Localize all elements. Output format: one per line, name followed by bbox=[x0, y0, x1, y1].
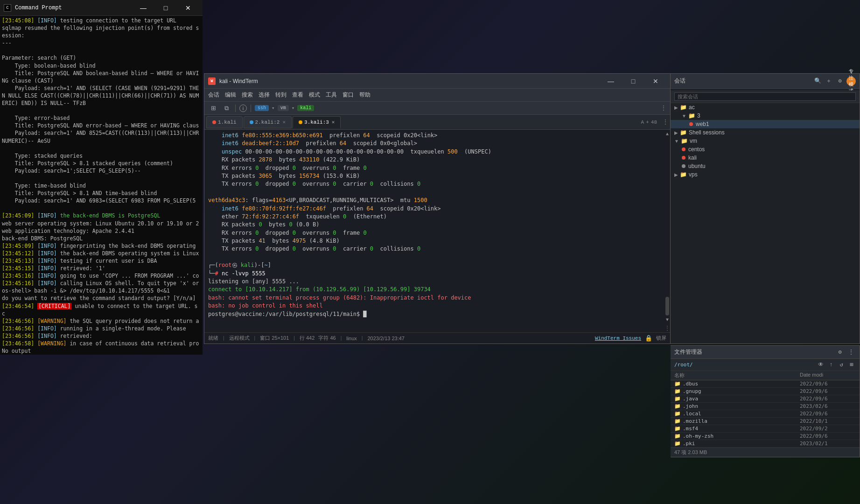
fm-date-local: 2022/09/6 bbox=[800, 411, 856, 417]
fm-row-dbus[interactable]: 📁 .dbus 2022/09/6 bbox=[671, 380, 860, 388]
folder-icon-3: 📁 bbox=[688, 112, 695, 119]
fm-row-java[interactable]: 📁 .java 2022/09/6 bbox=[671, 395, 860, 403]
tree-item-shell-sessions[interactable]: ▶ 📁 Shell sessions bbox=[671, 128, 860, 137]
fm-show-hidden-button[interactable]: 👁 bbox=[817, 361, 825, 369]
sessions-search-input[interactable] bbox=[674, 92, 856, 101]
fm-row-gnupg[interactable]: 📁 .gnupg 2022/09/6 bbox=[671, 388, 860, 395]
info-button[interactable]: i bbox=[239, 105, 247, 112]
tree-label-vps: vps bbox=[689, 171, 698, 178]
fm-more-icon[interactable]: ⋮ bbox=[846, 348, 856, 357]
folder-icon: 📁 bbox=[674, 381, 681, 387]
tab-menu-button[interactable]: ⋮ bbox=[663, 119, 668, 126]
fm-refresh-button[interactable]: ↺ bbox=[837, 361, 846, 369]
tree-item-web1[interactable]: web1 bbox=[671, 120, 860, 128]
counter-a: A bbox=[641, 119, 644, 125]
folder-icon: 📁 bbox=[674, 396, 681, 402]
scrollbar-thumb[interactable] bbox=[665, 297, 669, 315]
windterm-main: inet6 fe80::555:e369:b650:e691 prefixlen… bbox=[204, 130, 670, 332]
tab-kali-2[interactable]: 2.kali:2 ✕ bbox=[244, 116, 292, 128]
tab-close-3[interactable]: ✕ bbox=[332, 119, 335, 125]
menu-tools[interactable]: 工具 bbox=[326, 91, 337, 99]
windterm-toolbar-left: ⊞ ⧉ i ssh ▾ vm ▾ kali bbox=[208, 104, 314, 113]
menu-window[interactable]: 窗口 bbox=[343, 91, 354, 99]
fm-row-john[interactable]: 📁 .john 2023/02/6 bbox=[671, 403, 860, 410]
settings-icon[interactable]: ⚙ bbox=[835, 77, 845, 86]
tree-label-3: 3 bbox=[697, 112, 700, 119]
fm-row-local[interactable]: 📁 .local 2022/09/6 bbox=[671, 410, 860, 418]
menu-mode[interactable]: 模式 bbox=[309, 91, 320, 99]
tree-item-centos[interactable]: centos bbox=[671, 145, 860, 154]
tree-dot-kali bbox=[682, 156, 685, 160]
kali-badge: kali bbox=[297, 105, 314, 111]
annotation-mode-badge[interactable]: 专注模式 bbox=[846, 77, 856, 86]
fm-up-button[interactable]: ↑ bbox=[827, 361, 835, 369]
tree-item-vps[interactable]: ▶ 📁 vps bbox=[671, 170, 860, 179]
windterm-window-controls: — □ ✕ bbox=[600, 73, 666, 89]
menu-view[interactable]: 查看 bbox=[292, 91, 303, 99]
more-options-button[interactable]: ⋮ bbox=[661, 105, 666, 112]
tree-item-ubuntu[interactable]: ubuntu bbox=[671, 162, 860, 170]
lock-icon[interactable]: 🔒 bbox=[645, 335, 652, 342]
statusbar-sep-4: | bbox=[340, 336, 343, 341]
tree-dot-web1 bbox=[689, 122, 693, 126]
cmd-output: [23:45:08] [INFO] testing connection to … bbox=[2, 17, 201, 355]
search-icon[interactable]: 🔍 bbox=[813, 77, 822, 86]
fm-settings-icon[interactable]: ⚙ bbox=[835, 348, 845, 357]
scroll-down-button[interactable]: ▼ bbox=[666, 317, 669, 322]
tree-item-kali[interactable]: kali bbox=[671, 154, 860, 162]
windterm-minimize-button[interactable]: — bbox=[600, 73, 622, 89]
menu-select[interactable]: 选择 bbox=[259, 91, 270, 99]
clone-session-button[interactable]: ⧉ bbox=[221, 104, 231, 113]
fm-row-msf4[interactable]: 📁 .msf4 2022/09/2 bbox=[671, 425, 860, 433]
fm-table: 名称 Date modi 📁 .dbus 2022/09/6 📁 .gnupg … bbox=[671, 371, 860, 448]
fm-row-pki[interactable]: 📁 .pki 2023/02/1 bbox=[671, 440, 860, 448]
fm-home-button[interactable]: ⊞ bbox=[847, 361, 856, 369]
fm-date-john: 2023/02/6 bbox=[800, 403, 856, 409]
statusbar-sep-1: | bbox=[222, 336, 225, 341]
new-session-button[interactable]: ⊞ bbox=[208, 104, 218, 113]
menu-search[interactable]: 搜索 bbox=[242, 91, 253, 99]
windterm-issues-link[interactable]: WindTerm Issues bbox=[595, 336, 641, 341]
status-remote-mode: 远程模式 bbox=[229, 335, 250, 342]
windterm-close-button[interactable]: ✕ bbox=[645, 73, 666, 89]
windterm-statusbar: 就绪 | 远程模式 | 窗口 25×101 | 行 442 字符 46 | li… bbox=[204, 332, 670, 343]
tree-item-3[interactable]: ▼ 📁 3 bbox=[671, 112, 860, 120]
scroll-more-button[interactable]: ⋮ bbox=[664, 324, 670, 332]
lock-screen-label: 锁屏 bbox=[656, 335, 666, 342]
windterm-terminal[interactable]: inet6 fe80::555:e369:b650:e691 prefixlen… bbox=[204, 130, 664, 332]
sessions-search bbox=[671, 91, 860, 103]
menu-help[interactable]: 帮助 bbox=[359, 91, 371, 99]
tree-item-vm[interactable]: ▼ 📁 vm bbox=[671, 137, 860, 145]
menu-goto[interactable]: 转到 bbox=[275, 91, 287, 99]
tab-label-3: 3.kali:3 bbox=[304, 119, 329, 125]
tab-dot-3 bbox=[299, 120, 302, 124]
add-icon[interactable]: ＋ bbox=[824, 77, 833, 86]
ssh-badge[interactable]: ssh bbox=[255, 105, 269, 111]
cmd-titlebar: C Command Prompt — □ ✕ bbox=[0, 0, 203, 16]
cmd-maximize-button[interactable]: □ bbox=[155, 0, 176, 16]
tree-arrow-ac: ▶ bbox=[674, 105, 678, 110]
tree-item-ac[interactable]: ▶ 📁 ac bbox=[671, 103, 860, 112]
fm-row-ohmyzsh[interactable]: 📁 .oh-my-zsh 2022/09/6 bbox=[671, 433, 860, 440]
tree-label-ac: ac bbox=[689, 104, 695, 111]
tab-kali-3[interactable]: 3.kali:3 ✕ bbox=[293, 116, 341, 128]
fm-path-buttons: 👁 ↑ ↺ ⊞ bbox=[817, 361, 856, 369]
cmd-minimize-button[interactable]: — bbox=[133, 0, 154, 16]
status-mode: 就绪 bbox=[208, 335, 218, 342]
menu-session[interactable]: 会话 bbox=[208, 91, 219, 99]
fm-name-mozilla: .mozilla bbox=[683, 418, 800, 424]
fm-col-date-header: Date modi bbox=[800, 372, 856, 379]
cmd-close-button[interactable]: ✕ bbox=[177, 0, 199, 16]
fm-table-header: 名称 Date modi bbox=[671, 371, 860, 380]
status-line: 行 442 bbox=[300, 335, 315, 342]
tab-close-2[interactable]: ✕ bbox=[282, 119, 286, 125]
fm-row-mozilla[interactable]: 📁 .mozilla 2022/10/1 bbox=[671, 418, 860, 425]
counter-num: 48 bbox=[651, 119, 657, 125]
scroll-up-button[interactable]: ▲ bbox=[666, 132, 669, 137]
fm-name-john: .john bbox=[683, 403, 800, 409]
menu-edit[interactable]: 编辑 bbox=[225, 91, 236, 99]
windterm-maximize-button[interactable]: □ bbox=[622, 73, 644, 89]
tab-kali-1[interactable]: 1.kali bbox=[206, 116, 243, 128]
folder-icon: 📁 bbox=[674, 418, 681, 424]
fm-path-bar: /root/ 👁 ↑ ↺ ⊞ bbox=[671, 359, 860, 371]
